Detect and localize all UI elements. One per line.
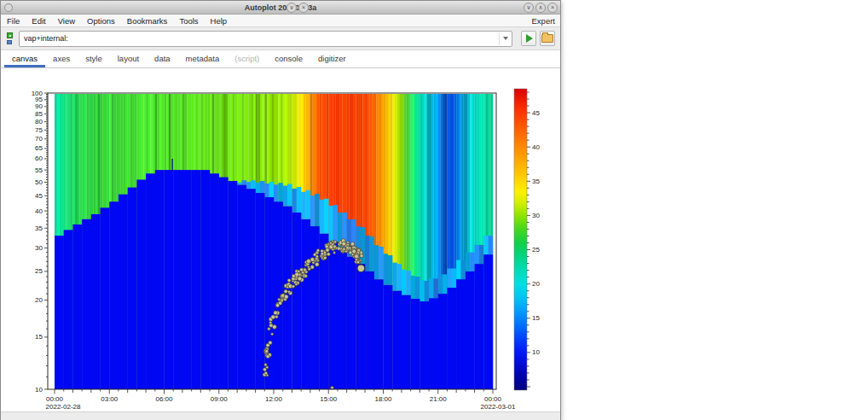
digitizer-point <box>264 371 268 375</box>
digitizer-point <box>284 289 287 293</box>
digitizer-point <box>355 254 359 259</box>
tab-layout[interactable]: layout <box>110 50 147 67</box>
digitizer-point <box>326 248 330 253</box>
svg-text:20: 20 <box>532 280 540 288</box>
tab-axes[interactable]: axes <box>45 50 78 67</box>
svg-text:03:00: 03:00 <box>101 395 119 403</box>
svg-text:90: 90 <box>35 102 43 110</box>
address-row: vap+internal: <box>1 27 560 50</box>
digitizer-point <box>264 364 267 366</box>
svg-text:21:00: 21:00 <box>430 395 448 403</box>
svg-text:40: 40 <box>35 207 43 215</box>
collapse-button[interactable]: ∨ <box>286 3 297 13</box>
digitizer-point <box>304 274 308 277</box>
window-menu-icon[interactable] <box>4 3 13 12</box>
digitizer-point <box>360 254 363 258</box>
svg-text:35: 35 <box>532 178 540 185</box>
digitizer-end-point <box>357 265 365 272</box>
close-button[interactable]: × <box>547 3 558 13</box>
colorbar: 1015202530354045 <box>514 89 540 390</box>
datasource-type-icon[interactable] <box>6 32 14 44</box>
maximize-button[interactable]: ∧ <box>535 3 546 13</box>
go-button[interactable] <box>521 31 536 46</box>
digitizer-point <box>342 242 346 246</box>
menu-edit[interactable]: Edit <box>26 15 51 26</box>
digitizer-point <box>295 283 298 286</box>
svg-text:70: 70 <box>35 135 43 143</box>
tab-console[interactable]: console <box>267 50 310 67</box>
svg-text:09:00: 09:00 <box>211 395 229 403</box>
digitizer-point <box>263 368 266 371</box>
svg-text:06:00: 06:00 <box>155 395 173 403</box>
tab-digitizer[interactable]: digitizer <box>310 50 354 67</box>
svg-text:75: 75 <box>35 126 43 134</box>
uri-combobox[interactable]: vap+internal: <box>19 31 512 47</box>
svg-text:2022-02-28: 2022-02-28 <box>46 403 81 411</box>
digitizer-point <box>344 250 347 253</box>
digitizer-point <box>347 243 350 246</box>
tab-canvas[interactable]: canvas <box>4 50 45 67</box>
digitizer-point <box>301 271 304 274</box>
folder-icon <box>541 34 553 43</box>
svg-text:40: 40 <box>532 143 540 151</box>
svg-text:30: 30 <box>35 244 43 252</box>
digitizer-point <box>333 251 336 254</box>
digitizer-point <box>327 253 330 256</box>
spectrogram-plot: 1015202530354045505560657075808590951000… <box>1 68 560 411</box>
chevron-down-icon[interactable] <box>503 37 508 40</box>
svg-text:00:00: 00:00 <box>46 395 64 403</box>
autoplot-title: Autoplot 20260223a <box>1 3 560 12</box>
tab-data[interactable]: data <box>147 50 178 67</box>
tab-metadata[interactable]: metadata <box>178 50 228 67</box>
digitizer-point <box>274 311 278 315</box>
digitizer-point <box>310 265 315 270</box>
svg-text:80: 80 <box>35 118 43 125</box>
digitizer-point <box>333 245 336 248</box>
digitizer-point <box>265 349 269 353</box>
autoplot-tabbar: canvasaxesstylelayoutdatametadata(script… <box>1 50 560 68</box>
autoplot-titlebar[interactable]: Autoplot 20260223a ∨ ∧ × <box>1 1 560 15</box>
menu-file[interactable]: File <box>1 15 26 26</box>
play-icon <box>526 34 533 43</box>
menu-options[interactable]: Options <box>81 15 121 26</box>
digitizer-point <box>292 285 295 289</box>
svg-text:12:00: 12:00 <box>265 395 283 403</box>
minimize-button[interactable]: ∨ <box>524 3 534 13</box>
svg-text:30: 30 <box>532 212 540 219</box>
digitizer-point <box>268 328 270 330</box>
digitizer-point <box>287 278 291 282</box>
digitizer-point <box>315 262 319 266</box>
svg-text:50: 50 <box>35 178 43 186</box>
svg-text:55: 55 <box>35 166 43 174</box>
digitizer-point <box>304 268 307 271</box>
plot-canvas[interactable]: 1015202530354045505560657075808590951000… <box>1 68 560 411</box>
digitizer-point <box>271 315 275 319</box>
digitizer-point <box>349 247 351 249</box>
digitizer-point <box>271 333 274 335</box>
menu-view[interactable]: View <box>52 15 81 26</box>
y-axis: 101520253035404550556065707580859095100 <box>32 90 48 394</box>
tab-script[interactable]: (script) <box>227 50 267 67</box>
svg-text:85: 85 <box>35 110 43 118</box>
digitizer-point <box>350 242 355 246</box>
digitizer-point <box>343 248 346 251</box>
expert-mode-label[interactable]: Expert <box>532 16 560 26</box>
svg-text:15: 15 <box>532 314 540 322</box>
svg-text:45: 45 <box>532 109 540 117</box>
digitizer-point <box>316 249 320 253</box>
uri-value: vap+internal: <box>24 34 68 43</box>
svg-text:10: 10 <box>532 348 540 356</box>
tab-style[interactable]: style <box>78 50 110 67</box>
digitizer-point <box>295 272 299 277</box>
menu-bookmarks[interactable]: Bookmarks <box>121 15 174 26</box>
menu-tools[interactable]: Tools <box>173 15 204 26</box>
menu-help[interactable]: Help <box>205 15 234 26</box>
close-button[interactable]: × <box>298 3 309 13</box>
menubar: File Edit View Options Bookmarks Tools H… <box>1 15 560 27</box>
digitizer-point <box>275 304 279 307</box>
svg-text:25: 25 <box>35 267 43 275</box>
svg-text:20: 20 <box>35 296 43 304</box>
digitizer-point <box>329 245 333 249</box>
autoplot-bottom-strip <box>1 411 560 420</box>
open-file-button[interactable] <box>540 31 555 46</box>
